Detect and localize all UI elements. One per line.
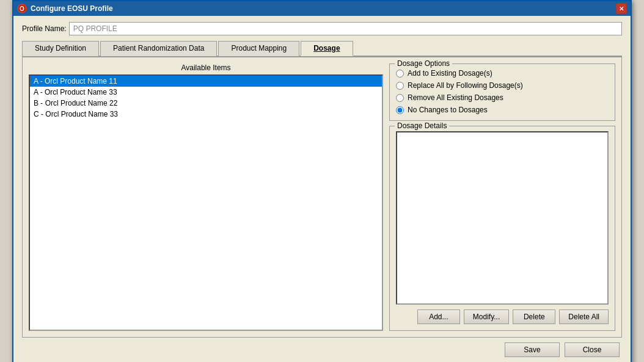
save-button[interactable]: Save xyxy=(505,342,560,357)
list-item[interactable]: A - Orcl Product Name 33 xyxy=(30,87,382,98)
window-body: Profile Name: Study Definition Patient R… xyxy=(13,16,631,362)
title-bar: O Configure EOSU Profile ✕ xyxy=(13,1,631,16)
radio-nochange-input[interactable] xyxy=(396,106,404,114)
bottom-row: Save Close xyxy=(22,338,622,360)
profile-name-label: Profile Name: xyxy=(22,24,67,33)
tab-product-mapping[interactable]: Product Mapping xyxy=(218,41,299,56)
dosage-options-group: Dosage Options Add to Existing Dosage(s)… xyxy=(389,63,615,121)
main-window: O Configure EOSU Profile ✕ Profile Name:… xyxy=(12,0,632,362)
radio-nochange: No Changes to Dosages xyxy=(396,106,609,114)
app-icon: O xyxy=(17,4,27,13)
delete-all-button[interactable]: Delete All xyxy=(559,310,609,324)
tab-dosage[interactable]: Dosage xyxy=(301,41,353,56)
tabs-row: Study Definition Patient Randomization D… xyxy=(22,40,622,57)
left-panel: Available Items A - Orcl Product Name 11… xyxy=(29,63,383,331)
dosage-details-textarea[interactable] xyxy=(396,131,609,305)
list-item[interactable]: B - Orcl Product Name 22 xyxy=(30,98,382,109)
radio-replace-label: Replace All by Following Dosage(s) xyxy=(408,81,523,90)
radio-remove-input[interactable] xyxy=(396,94,404,102)
radio-add-label: Add to Existing Dosage(s) xyxy=(408,69,492,78)
available-items-list[interactable]: A - Orcl Product Name 11 A - Orcl Produc… xyxy=(29,74,383,331)
radio-nochange-label: No Changes to Dosages xyxy=(408,106,488,114)
right-panel: Dosage Options Add to Existing Dosage(s)… xyxy=(389,63,615,331)
radio-remove: Remove All Existing Dosages xyxy=(396,93,609,102)
radio-add-input[interactable] xyxy=(396,70,404,78)
dosage-options-legend: Dosage Options xyxy=(395,59,452,68)
tab-patient-randomization[interactable]: Patient Randomization Data xyxy=(100,41,217,56)
list-item[interactable]: C - Orcl Product Name 33 xyxy=(30,109,382,120)
radio-replace: Replace All by Following Dosage(s) xyxy=(396,81,609,90)
dosage-details-group: Dosage Details Add... Modify... Delete D… xyxy=(389,126,615,331)
radio-replace-input[interactable] xyxy=(396,82,404,90)
tab-study-definition[interactable]: Study Definition xyxy=(22,41,99,56)
delete-button[interactable]: Delete xyxy=(513,310,555,324)
main-content: Available Items A - Orcl Product Name 11… xyxy=(22,57,622,338)
profile-name-row: Profile Name: xyxy=(22,22,622,35)
close-button[interactable]: ✕ xyxy=(616,3,627,14)
window-title: Configure EOSU Profile xyxy=(31,4,616,13)
dosage-details-legend: Dosage Details xyxy=(395,121,449,130)
close-button-bottom[interactable]: Close xyxy=(565,342,620,357)
add-button[interactable]: Add... xyxy=(417,310,460,324)
svg-text:O: O xyxy=(20,5,24,12)
dosage-buttons-row: Add... Modify... Delete Delete All xyxy=(396,310,609,324)
radio-remove-label: Remove All Existing Dosages xyxy=(408,93,503,102)
radio-add: Add to Existing Dosage(s) xyxy=(396,69,609,78)
list-item[interactable]: A - Orcl Product Name 11 xyxy=(30,76,382,87)
available-items-title: Available Items xyxy=(29,63,383,72)
modify-button[interactable]: Modify... xyxy=(464,310,509,324)
profile-name-input[interactable] xyxy=(69,22,622,35)
